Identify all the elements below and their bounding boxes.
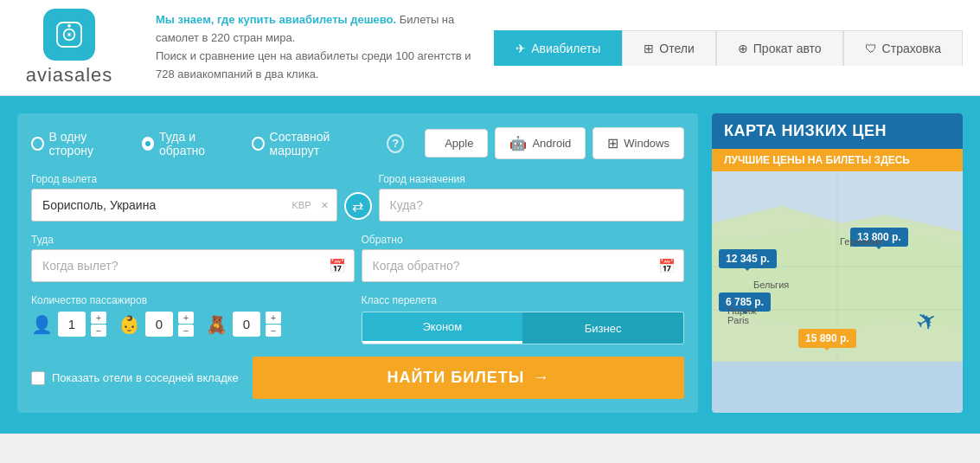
pax-infants-minus[interactable]: − xyxy=(266,325,281,337)
ad-banner: КАРТА НИЗКИХ ЦЕН ЛУЧШИЕ ЦЕНЫ НА БИЛЕТЫ З… xyxy=(712,113,963,413)
dest-group: Город назначения xyxy=(379,173,685,222)
radio-one-way[interactable]: В одну сторону xyxy=(31,130,125,158)
child-icon: 👶 xyxy=(118,314,140,335)
avia-icon: ✈ xyxy=(516,42,526,55)
class-business-button[interactable]: Бизнес xyxy=(522,312,683,344)
tab-car[interactable]: ⊕ Прокат авто xyxy=(716,30,843,66)
pax-infants-stepper: + − xyxy=(266,312,281,337)
pax-infants-plus[interactable]: + xyxy=(266,312,281,324)
android-icon: 🤖 xyxy=(509,135,527,151)
origin-group: Город вылета KBP × xyxy=(31,173,337,222)
search-btn-icon: → xyxy=(533,369,549,387)
date-row: Туда 📅 Обратно 📅 xyxy=(31,234,684,282)
radio-multi-circle xyxy=(252,137,265,151)
header-tagline: Мы знаем, где купить авиабилеты дешево. … xyxy=(138,11,494,83)
app-buttons: Apple 🤖 Android ⊞ Windows xyxy=(425,127,684,159)
show-hotels-checkbox[interactable]: Показать отели в соседней вкладке xyxy=(31,371,239,385)
logo-area: aviasales xyxy=(17,9,121,87)
ad-header: КАРТА НИЗКИХ ЦЕН xyxy=(712,113,963,149)
pax-controls: 👤 1 + − 👶 0 + − xyxy=(31,312,355,337)
top-row: В одну сторону Туда и обратно Составной … xyxy=(31,127,684,159)
apple-button[interactable]: Apple xyxy=(425,129,488,158)
insurance-icon: 🛡 xyxy=(865,42,877,55)
tab-avia-label: Авиабилеты xyxy=(531,42,600,55)
dest-input[interactable] xyxy=(379,189,685,222)
depart-group: Туда 📅 xyxy=(31,234,355,282)
price-tag-1: 12 345 р. xyxy=(719,249,777,268)
tab-insurance[interactable]: 🛡 Страховка xyxy=(843,30,963,66)
pax-infants-value: 0 xyxy=(233,312,260,337)
search-form: В одну сторону Туда и обратно Составной … xyxy=(17,113,698,413)
radio-roundtrip-label: Туда и обратно xyxy=(159,130,234,158)
adult-icon: 👤 xyxy=(31,314,53,335)
svg-point-3 xyxy=(67,33,71,36)
pax-section: Количество пассажиров 👤 1 + − 👶 xyxy=(31,294,355,337)
return-input[interactable] xyxy=(362,249,685,282)
pax-children-stepper: + − xyxy=(178,312,194,337)
class-label: Класс перелета xyxy=(362,294,685,306)
search-btn-label: НАЙТИ БИЛЕТЫ xyxy=(387,369,524,387)
pax-adults-plus[interactable]: + xyxy=(91,312,106,324)
show-hotels-box xyxy=(31,371,45,385)
bottom-row: Показать отели в соседней вкладке НАЙТИ … xyxy=(31,357,684,399)
tab-avia[interactable]: ✈ Авиабилеты xyxy=(494,30,622,66)
origin-label: Город вылета xyxy=(31,173,337,185)
hotels-icon: ⊞ xyxy=(644,42,654,55)
class-section: Класс перелета Эконом Бизнес xyxy=(362,294,685,344)
map-label-germany: Германия xyxy=(840,236,882,247)
pax-adults-minus[interactable]: − xyxy=(91,325,106,337)
search-button[interactable]: НАЙТИ БИЛЕТЫ → xyxy=(253,357,684,399)
pax-label: Количество пассажиров xyxy=(31,294,355,306)
radio-one-way-label: В одну сторону xyxy=(49,130,125,158)
radio-multi[interactable]: Составной маршрут xyxy=(252,130,369,158)
class-buttons: Эконом Бизнес xyxy=(362,312,685,344)
swap-button[interactable]: ⇄ xyxy=(344,192,372,220)
pax-children-minus[interactable]: − xyxy=(178,325,194,337)
tagline-bold: Мы знаем, где купить авиабилеты дешево. xyxy=(156,13,396,26)
apple-label: Apple xyxy=(445,137,473,150)
pax-infants-item: 🧸 0 + − xyxy=(206,312,281,337)
pax-children-value: 0 xyxy=(145,312,173,337)
pax-children-item: 👶 0 + − xyxy=(118,312,194,337)
ad-subheader-text: ЛУЧШИЕ ЦЕНЫ НА БИЛЕТЫ ЗДЕСЬ xyxy=(724,154,910,166)
dest-label: Город назначения xyxy=(379,173,685,185)
depart-input-wrap: 📅 xyxy=(31,249,355,282)
main-content: В одну сторону Туда и обратно Составной … xyxy=(0,96,980,434)
header: aviasales Мы знаем, где купить авиабилет… xyxy=(0,0,980,96)
radio-multi-label: Составной маршрут xyxy=(270,130,370,158)
origin-input[interactable] xyxy=(31,189,337,222)
car-icon: ⊕ xyxy=(738,42,748,55)
search-container: В одну сторону Туда и обратно Составной … xyxy=(17,113,963,413)
pax-adults-stepper: + − xyxy=(91,312,106,337)
return-label: Обратно xyxy=(362,234,685,246)
tagline-line2: Поиск и сравнение цен на авиабилеты сред… xyxy=(156,48,477,84)
radio-roundtrip-circle xyxy=(142,137,155,151)
android-button[interactable]: 🤖 Android xyxy=(495,127,586,159)
windows-icon: ⊞ xyxy=(607,135,618,151)
ad-subheader: ЛУЧШИЕ ЦЕНЫ НА БИЛЕТЫ ЗДЕСЬ xyxy=(712,149,963,171)
tab-hotels[interactable]: ⊞ Отели xyxy=(622,30,715,66)
radio-roundtrip[interactable]: Туда и обратно xyxy=(142,130,235,158)
windows-label: Windows xyxy=(624,137,669,150)
price-tag-4: 15 890 р. xyxy=(798,329,856,348)
pax-adults-item: 👤 1 + − xyxy=(31,312,106,337)
class-economy-button[interactable]: Эконом xyxy=(362,312,523,344)
svg-point-4 xyxy=(67,24,71,28)
return-input-wrap: 📅 xyxy=(362,249,685,282)
depart-input[interactable] xyxy=(31,249,355,282)
tab-car-label: Прокат авто xyxy=(753,42,822,55)
tab-insurance-label: Страховка xyxy=(882,42,941,55)
map-label-belgium: Бельгия xyxy=(753,280,789,290)
help-icon[interactable]: ? xyxy=(387,134,404,153)
pax-children-plus[interactable]: + xyxy=(178,312,194,324)
radio-one-way-circle xyxy=(31,137,44,151)
tab-hotels-label: Отели xyxy=(659,42,694,55)
return-group: Обратно 📅 xyxy=(362,234,685,282)
origin-dest-row: Город вылета KBP × ⇄ Город назначения xyxy=(31,173,684,222)
radio-section: В одну сторону Туда и обратно Составной … xyxy=(31,130,404,158)
nav-tabs: ✈ Авиабилеты ⊞ Отели ⊕ Прокат авто 🛡 Стр… xyxy=(494,30,963,66)
origin-clear-button[interactable]: × xyxy=(321,198,328,212)
windows-button[interactable]: ⊞ Windows xyxy=(592,127,684,159)
ad-map[interactable]: 12 345 р. 13 800 р. 6 785 р. 15 890 р. Г… xyxy=(712,171,963,362)
pax-class-row: Количество пассажиров 👤 1 + − 👶 xyxy=(31,294,684,344)
